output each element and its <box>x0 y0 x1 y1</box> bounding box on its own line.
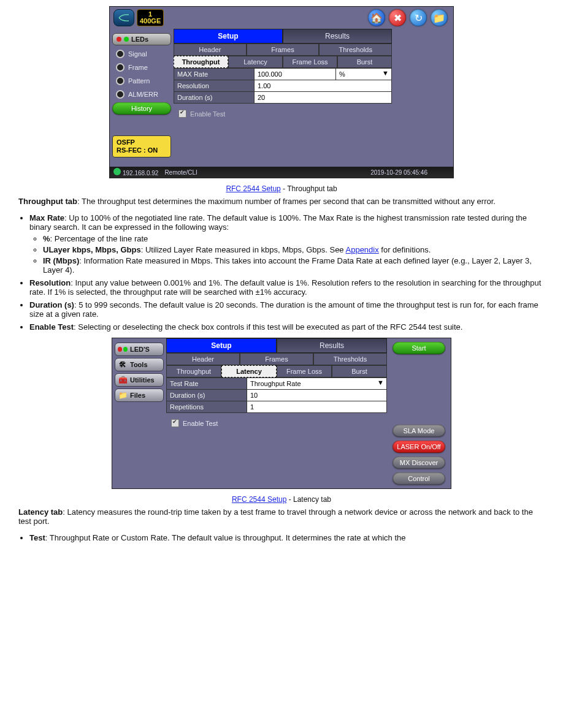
params-table: MAX Rate 100.000 % ▼ Resolution 1.00 Dur… <box>174 68 392 104</box>
duration-label: Duration (s) <box>174 92 255 104</box>
bullet-enable: Enable Test: Selecting or deselecting th… <box>29 322 545 332</box>
chevron-down-icon: ▼ <box>377 379 384 386</box>
checkbox-icon[interactable] <box>178 110 186 118</box>
radio-icon <box>116 50 124 58</box>
enable-label: Enable Test <box>190 110 225 118</box>
ssubtab-burst[interactable]: Burst <box>337 56 392 68</box>
leds-button[interactable]: LEDs <box>112 33 171 45</box>
subtab-thresholds[interactable]: Thresholds <box>313 353 387 365</box>
enable-test-row[interactable]: Enable Test <box>166 413 387 433</box>
duration-value[interactable]: 20 <box>255 92 392 104</box>
scope-icon[interactable] <box>113 9 134 26</box>
port-badge: 1 400GE <box>137 9 164 26</box>
tab-results[interactable]: Results <box>277 338 387 353</box>
sidebar-item-utilities[interactable]: 🧰 Utilities <box>115 373 164 387</box>
status-line2: RS-FEC : ON <box>117 146 167 154</box>
laser-onoff-button[interactable]: LASER On/Off <box>393 441 445 453</box>
sidebar-item-frame[interactable]: Frame <box>112 61 171 74</box>
section-heading: Throughput tab <box>18 197 77 206</box>
resolution-value[interactable]: 1.00 <box>255 80 392 92</box>
max-rate-unit-select[interactable]: % ▼ <box>336 69 392 80</box>
ssubtab-latency[interactable]: Latency <box>221 365 277 377</box>
chevron-down-icon: ▼ <box>382 69 389 77</box>
ssubtab-throughput[interactable]: Throughput <box>166 365 221 377</box>
section-heading: Latency tab <box>18 507 63 517</box>
radio-icon <box>116 77 124 85</box>
home-icon[interactable]: 🏠 <box>368 9 385 26</box>
sidebar-item-leds[interactable]: LED'S <box>115 343 164 356</box>
status-line1: OSFP <box>117 138 167 146</box>
test-rate-select[interactable]: Throughput Rate ▼ <box>247 378 387 390</box>
checkbox-icon[interactable] <box>171 419 179 427</box>
remote-mode: Remote/CLI <box>164 169 197 176</box>
ssubtab-throughput[interactable]: Throughput <box>174 56 228 68</box>
tools-icon: 🛠 <box>118 360 128 369</box>
test-rate-label: Test Rate <box>167 378 247 390</box>
radio-icon <box>116 63 124 72</box>
led-green-icon <box>124 37 129 42</box>
close-icon[interactable]: ✖ <box>389 9 406 26</box>
ip-address: 192.168.0.92 <box>123 170 158 176</box>
enable-test-row[interactable]: Enable Test <box>174 104 392 124</box>
ssubtab-frameloss[interactable]: Frame Loss <box>277 365 332 377</box>
caption-link[interactable]: RFC 2544 Setup <box>232 495 286 504</box>
ssubtab-burst[interactable]: Burst <box>332 365 387 377</box>
repetitions-value[interactable]: 1 <box>247 401 387 413</box>
radio-icon <box>116 90 124 99</box>
bullet-max-rate: Max Rate: Up to 100% of the negotiated l… <box>29 213 545 275</box>
sidebar-item-pattern[interactable]: Pattern <box>112 74 171 88</box>
leds-label: LEDs <box>131 36 148 43</box>
subtab-header[interactable]: Header <box>174 44 247 56</box>
files-icon: 📁 <box>118 391 128 400</box>
caption-throughput: RFC 2544 Setup - Throughput tab <box>18 184 545 193</box>
led-red-icon <box>117 37 121 42</box>
control-button[interactable]: Control <box>393 472 445 485</box>
utilities-icon: 🧰 <box>118 376 128 384</box>
datetime: 2019-10-29 05:45:46 <box>370 169 427 176</box>
main-panel: Setup Results Header Frames Thresholds T… <box>174 29 392 167</box>
tab-results[interactable]: Results <box>283 29 392 44</box>
subtab-frames[interactable]: Frames <box>240 353 313 365</box>
status-box: OSFP RS-FEC : ON <box>112 135 171 157</box>
ssubtab-latency[interactable]: Latency <box>228 56 283 68</box>
duration-value[interactable]: 10 <box>247 390 387 401</box>
history-button[interactable]: History <box>112 102 171 115</box>
subtab-frames[interactable]: Frames <box>247 44 320 56</box>
caption-latency: RFC 2544 Setup - Latency tab <box>18 495 545 504</box>
sidebar: LED'S 🛠 Tools 🧰 Utilities 📁 Files <box>112 338 166 488</box>
ip-status-icon <box>113 168 121 175</box>
caption-link[interactable]: RFC 2544 Setup <box>226 184 280 193</box>
sidebar: LEDs Signal Frame Pattern ALM/ERR Histor… <box>110 29 174 167</box>
mx-discover-button[interactable]: MX Discover <box>393 457 445 469</box>
duration-label: Duration (s) <box>167 390 247 401</box>
screenshot-latency: LED'S 🛠 Tools 🧰 Utilities 📁 Files Setup <box>112 338 451 489</box>
subtab-thresholds[interactable]: Thresholds <box>319 44 392 56</box>
sidebar-item-almerr[interactable]: ALM/ERR <box>112 88 171 101</box>
tab-setup[interactable]: Setup <box>166 338 277 353</box>
subtab-header[interactable]: Header <box>166 353 240 365</box>
ssubtab-frameloss[interactable]: Frame Loss <box>283 56 337 68</box>
repetitions-label: Repetitions <box>167 401 247 413</box>
bullet-duration: Duration (s): 5 to 999 seconds. The defa… <box>29 300 545 319</box>
refresh-icon[interactable]: ↻ <box>410 9 427 26</box>
params-table: Test Rate Throughput Rate ▼ Duration (s)… <box>166 377 387 413</box>
leds-icon <box>118 345 128 354</box>
section-throughput: Throughput tab: The throughput test dete… <box>18 197 545 332</box>
bullet-resolution: Resolution: Input any value between 0.00… <box>29 278 545 297</box>
section-latency: Latency tab: Latency measures the round-… <box>18 507 545 542</box>
bullet-test: Test: Throughput Rate or Custom Rate. Th… <box>29 533 545 542</box>
right-panel: Start SLA Mode LASER On/Off MX Discover … <box>387 338 451 488</box>
start-button[interactable]: Start <box>393 342 445 354</box>
resolution-label: Resolution <box>174 80 255 92</box>
sidebar-item-files[interactable]: 📁 Files <box>115 389 164 402</box>
sla-mode-button[interactable]: SLA Mode <box>393 425 445 437</box>
tab-setup[interactable]: Setup <box>174 29 283 44</box>
max-rate-label: MAX Rate <box>174 69 255 80</box>
main-panel: Setup Results Header Frames Thresholds T… <box>166 338 387 488</box>
sidebar-item-signal[interactable]: Signal <box>112 47 171 61</box>
max-rate-value[interactable]: 100.000 <box>255 69 336 80</box>
folder-icon[interactable]: 📁 <box>431 9 448 26</box>
appendix-link[interactable]: Appendix <box>346 245 379 254</box>
screenshot-throughput: 1 400GE 🏠 ✖ ↻ 📁 LEDs Signal Frame Patter… <box>109 6 454 178</box>
sidebar-item-tools[interactable]: 🛠 Tools <box>115 358 164 371</box>
